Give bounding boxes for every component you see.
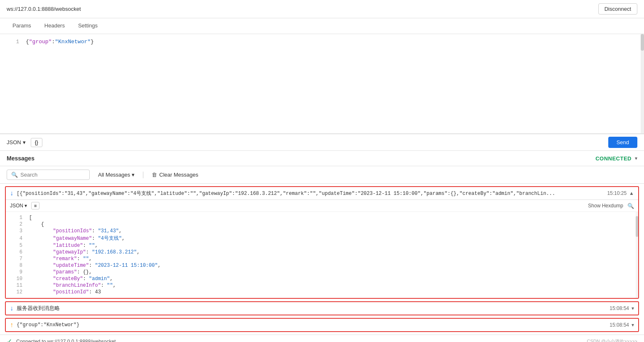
expand-icon[interactable]: ▲ xyxy=(629,190,634,196)
tab-params[interactable]: Params xyxy=(7,18,37,34)
editor-line-1: 1 {"group":"KnxNetwor"} xyxy=(0,38,644,45)
format-selector[interactable]: JSON ▾ xyxy=(7,139,26,145)
line-num: 6 xyxy=(10,249,22,255)
server-message-time: 15:08:54 xyxy=(610,305,629,311)
sent-message-row[interactable]: ↑ {"group":"KnxNetwor"} 15:08:54 ▾ xyxy=(6,319,638,331)
message-expanded-toolbar-left: JSON ▾ ≡ xyxy=(10,202,39,209)
all-messages-button[interactable]: All Messages ▾ xyxy=(94,170,139,180)
messages-toolbar: 🔍 All Messages ▾ 🗑 Clear Messages xyxy=(0,166,644,184)
json-line-12: 12 "positionId": 43 xyxy=(6,289,638,295)
watermark: CSDN @小小酒妆>>>>> xyxy=(587,338,637,342)
message-time-0: 15:10:25 xyxy=(607,190,627,196)
line-code: "params": {}, xyxy=(29,269,92,275)
editor-toolbar: JSON ▾ {} Send xyxy=(0,134,644,151)
json-line-10: 10 "createBy": "admin", xyxy=(6,276,638,282)
trash-icon: 🗑 xyxy=(152,172,157,178)
search-box[interactable]: 🔍 xyxy=(7,170,90,180)
search-expanded-icon[interactable]: 🔍 xyxy=(627,203,634,209)
sent-message-row-left: ↑ {"group":"KnxNetwor"} xyxy=(10,321,605,329)
clear-messages-button[interactable]: 🗑 Clear Messages xyxy=(147,170,202,180)
search-input[interactable] xyxy=(20,172,85,178)
editor-scrollbar[interactable] xyxy=(641,34,644,133)
line-num: 5 xyxy=(10,243,22,249)
message-item-0: ↓ [{"positionIds":"31,43","gatewayName":… xyxy=(5,186,639,299)
line-num: 3 xyxy=(10,228,22,234)
editor-area: 1 {"group":"KnxNetwor"} xyxy=(0,34,644,134)
expanded-format-selector[interactable]: JSON ▾ xyxy=(10,203,27,209)
json-viewer-0: 1 [ 2 { 3 "positionIds": "31,43", 4 xyxy=(6,212,638,298)
sent-message: ↑ {"group":"KnxNetwor"} 15:08:54 ▾ xyxy=(5,318,639,332)
show-hexdump-button[interactable]: Show Hexdump xyxy=(588,203,623,209)
server-message-row-left: ↓ 服务器收到消息略 xyxy=(10,305,605,312)
json-line-5: 5 "latitude": "", xyxy=(6,242,638,249)
chevron-down-icon[interactable]: ▾ xyxy=(635,155,637,161)
connected-badge: CONNECTED xyxy=(595,155,632,162)
line-code: "gatewayIp": "192.168.3.212", xyxy=(29,249,140,255)
json-line-8: 8 "updateTime": "2023-12-11 15:10:00", xyxy=(6,262,638,269)
format-label: JSON xyxy=(7,139,21,145)
expand-icon[interactable]: ▾ xyxy=(632,322,634,328)
server-message-text: 服务器收到消息略 xyxy=(17,305,60,312)
json-line-1: 1 [ xyxy=(6,214,638,221)
line-num: 10 xyxy=(10,276,22,282)
websocket-url: ws://127.0.0.1:8888/websocket xyxy=(7,6,81,12)
chevron-down-icon: ▾ xyxy=(25,203,27,209)
all-messages-label: All Messages xyxy=(98,172,130,178)
line-code: [ xyxy=(29,215,32,221)
sent-message-time: 15:08:54 xyxy=(610,322,629,328)
scrollbar-thumb xyxy=(636,216,638,237)
json-line-11: 11 "branchLineInfo": "", xyxy=(6,282,638,289)
status-text: Connected to ws://127.0.0.1:8888/websock… xyxy=(16,339,116,342)
line-code: "updateTime": "2023-12-11 15:10:00", xyxy=(29,263,161,268)
line-code: "branchLineInfo": "", xyxy=(29,283,116,288)
line-code: "createBy": "admin", xyxy=(29,276,113,282)
search-icon: 🔍 xyxy=(11,172,18,178)
wrap-button[interactable]: ≡ xyxy=(31,202,39,209)
tab-settings[interactable]: Settings xyxy=(72,18,103,34)
message-expanded-0: JSON ▾ ≡ Show Hexdump 🔍 1 [ xyxy=(6,199,638,298)
json-line-2: 2 { xyxy=(6,221,638,228)
line-num: 2 xyxy=(10,221,22,227)
json-line-9: 9 "params": {}, xyxy=(6,269,638,276)
send-button[interactable]: Send xyxy=(608,137,637,148)
arrow-down-icon: ↓ xyxy=(10,189,13,197)
tab-headers[interactable]: Headers xyxy=(39,18,71,34)
arrow-up-icon: ↑ xyxy=(10,321,13,329)
sent-message-text: {"group":"KnxNetwor"} xyxy=(17,322,79,328)
line-num: 1 xyxy=(10,215,22,221)
message-row-left: ↓ [{"positionIds":"31,43","gatewayName":… xyxy=(10,189,603,197)
expanded-format-label: JSON xyxy=(10,203,23,209)
line-num: 8 xyxy=(10,263,22,268)
message-expanded-toolbar: JSON ▾ ≡ Show Hexdump 🔍 xyxy=(6,200,638,212)
message-text-0: [{"positionIds":"31,43","gatewayName":"4… xyxy=(17,190,555,197)
message-expanded-toolbar-right: Show Hexdump 🔍 xyxy=(588,203,634,209)
line-code: "positionIds": "31,43", xyxy=(29,228,122,234)
line-code: "remark": "", xyxy=(29,256,92,262)
top-bar: ws://127.0.0.1:8888/websocket Disconnect xyxy=(0,0,644,18)
editor-content[interactable]: 1 {"group":"KnxNetwor"} xyxy=(0,34,644,49)
server-message-row[interactable]: ↓ 服务器收到消息略 15:08:54 ▾ xyxy=(6,302,638,315)
json-line-6: 6 "gatewayIp": "192.168.3.212", xyxy=(6,249,638,256)
chevron-down-icon: ▾ xyxy=(132,172,135,178)
message-row-0[interactable]: ↓ [{"positionIds":"31,43","gatewayName":… xyxy=(6,187,638,199)
line-num: 4 xyxy=(10,236,22,241)
line-code: "positionId": 43 xyxy=(29,289,101,295)
line-code: {"group":"KnxNetwor"} xyxy=(26,39,94,45)
line-num: 12 xyxy=(10,289,22,295)
json-line-4: 4 "gatewayName": "4号支线", xyxy=(6,234,638,242)
line-code: "gatewayName": "4号支线", xyxy=(29,235,125,242)
server-message: ↓ 服务器收到消息略 15:08:54 ▾ xyxy=(5,301,639,315)
expand-icon[interactable]: ▾ xyxy=(632,305,634,311)
tab-bar: Params Headers Settings xyxy=(0,18,644,34)
messages-header: Messages CONNECTED ▾ xyxy=(0,151,644,166)
editor-toolbar-left: JSON ▾ {} xyxy=(7,138,42,147)
line-num: 11 xyxy=(10,283,22,288)
messages-section: Messages CONNECTED ▾ 🔍 All Messages ▾ 🗑 … xyxy=(0,151,644,342)
json-line-3: 3 "positionIds": "31,43", xyxy=(6,228,638,234)
json-viewer-scrollbar[interactable] xyxy=(636,212,638,298)
divider xyxy=(143,172,143,178)
messages-title: Messages xyxy=(7,155,34,162)
braces-button[interactable]: {} xyxy=(31,138,42,147)
messages-body: ↓ [{"positionIds":"31,43","gatewayName":… xyxy=(0,184,644,335)
disconnect-button[interactable]: Disconnect xyxy=(598,3,637,15)
